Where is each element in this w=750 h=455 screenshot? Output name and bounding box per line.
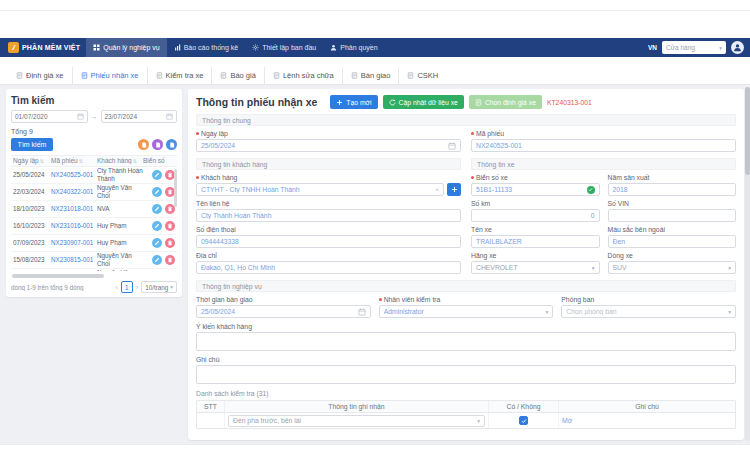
export-button-1[interactable] [138,139,149,150]
tab-cskh[interactable]: CSKH [399,67,446,84]
window-top-space [0,11,750,38]
next-page-icon[interactable]: › [136,284,138,291]
language-label[interactable]: VN [648,44,657,51]
add-customer-button[interactable] [447,183,461,196]
table-row[interactable]: 22/03/2024 NX240322-001 Nguyễn Văn Chối [11,184,177,201]
search-button[interactable]: Tìm kiếm [11,138,53,151]
tab-dinh-gia-xe[interactable]: Định giá xe [8,67,73,84]
page-size-select[interactable]: 10/trang ▾ [141,281,177,293]
row-customer: Nguyễn Văn Chối [97,252,143,266]
table-row[interactable]: 25/05/2024 NX240525-001 Cty Thành Hoàn T… [11,167,177,184]
nav-item-reports[interactable]: Báo cáo thống kê [167,38,246,57]
calendar-icon [166,113,173,120]
yes-no-checkbox[interactable] [519,416,528,425]
edit-button[interactable] [152,170,162,180]
store-select[interactable]: Cửa hàng ▾ [662,41,726,54]
list-scrollbar[interactable] [174,169,177,207]
page-number[interactable]: 1 [121,281,133,293]
prev-page-icon[interactable]: ‹ [115,284,117,291]
brand[interactable]: / PHẦN MỀM VIỆT [6,38,86,57]
table-row[interactable]: 24/07/2023 NX230724-001 Nguyễn Văn Chối [11,269,177,272]
row-code-link[interactable]: NX240322-001 [51,188,97,195]
date-to-input[interactable]: 23/07/2024 [101,110,178,123]
row-date: 16/10/2023 [11,222,51,229]
tab-bao-gia[interactable]: Báo giá [212,67,264,84]
edit-button[interactable] [152,187,162,197]
edit-button[interactable] [152,238,162,248]
sort-ngay-lap[interactable]: Ngày lập⇅ [11,157,51,164]
row-customer: Huy Phạm [97,239,143,246]
phong-ban-select[interactable]: Chọn phòng ban ▾ [561,305,736,318]
pencil-icon [154,223,160,229]
dia-chi-input[interactable]: Đakao, Q1, Hồ Chí Minh [196,261,461,274]
table-row[interactable]: 15/08/2023 NX230815-001 Nguyễn Văn Chối [11,252,177,269]
nam-san-xuat-input[interactable]: 2018 [608,183,737,196]
nav-item-business[interactable]: Quản lý nghiệp vụ [86,38,166,57]
so-vin-input[interactable] [608,209,737,222]
pagination: dòng 1-9 trên tổng 9 dòng ‹ 1 › 10/trang… [11,281,177,293]
delete-button[interactable] [165,221,175,231]
table-row[interactable]: 18/10/2023 NX231018-001 NVA [11,201,177,218]
date-from-input[interactable]: 01/07/2020 [11,110,88,123]
calendar-icon [448,142,456,150]
y-kien-textarea[interactable] [196,332,736,351]
sort-icon: ⇅ [40,158,44,164]
edit-button[interactable] [152,221,162,231]
row-code-link[interactable]: NX231016-001 [51,222,97,229]
tab-kiem-tra-xe[interactable]: Kiểm tra xe [148,67,213,84]
note-cell[interactable]: Mờ [562,417,572,424]
user-avatar[interactable] [731,41,744,54]
file-icon [155,142,161,148]
hang-xe-select[interactable]: CHEVROLET ▾ [471,261,600,274]
delete-button[interactable] [165,255,175,265]
pencil-icon [154,257,160,263]
thoi-gian-ban-giao-datepicker[interactable]: 25/05/2024 [196,305,371,318]
row-code-link[interactable]: NX240525-001 [51,171,97,178]
table-row[interactable]: 07/09/2023 NX230907-001 Huy Phạm [11,235,177,252]
edit-button[interactable] [152,255,162,265]
nav-item-setup[interactable]: Thiết lập ban đầu [245,38,323,57]
checklist-title: Danh sách kiểm tra (31) [196,390,736,397]
checklist-item-select[interactable]: Đèn pha trước, bên lái ▾ [228,415,485,427]
sort-khach-hang[interactable]: Khách hàng⇅ [97,157,143,164]
ghi-chu-textarea[interactable] [196,365,736,384]
delete-button[interactable] [165,238,175,248]
col-ghi-chu: Ghi chú [559,401,735,412]
page-scrollbar[interactable] [745,87,750,441]
ten-lien-he-input[interactable]: Cty Thành Hoàn Thành [196,209,461,222]
nav-item-permissions[interactable]: Phân quyền [323,38,384,57]
export-button-3[interactable] [166,139,177,150]
row-code-link[interactable]: NX230907-001 [51,239,97,246]
ten-xe-input[interactable]: TRAILBLAZER [471,235,600,248]
ghi-chu-label: Ghi chú [196,356,736,363]
so-km-input[interactable]: 0 [471,209,600,222]
inspection-ref-link[interactable]: KT240313-001 [547,99,592,106]
table-row[interactable]: 16/10/2023 NX231016-001 Huy Phạm [11,218,177,235]
row-date: 18/10/2023 [11,205,51,212]
horizontal-scrollbar[interactable] [12,274,104,278]
row-code-link[interactable]: NX230815-001 [51,256,97,263]
khach-hang-select[interactable]: CTYHT - Cty TNHH Hoàn Thành × [196,183,444,196]
sort-ma-phieu[interactable]: Mã phiếu⇅ [51,157,97,164]
tab-lenh-sua-chua[interactable]: Lệnh sửa chữa [265,67,343,84]
clear-icon[interactable]: × [435,186,439,193]
tab-ban-giao[interactable]: Bàn giao [343,67,400,84]
required-dot [379,298,382,301]
ngay-lap-datepicker[interactable]: 25/05/2024 [196,139,461,152]
so-dien-thoai-input[interactable]: 0944443338 [196,235,461,248]
tab-phieu-nhan-xe[interactable]: Phiếu nhận xe [73,67,148,84]
mau-sac-input[interactable]: Đen [608,235,737,248]
section-business: Thông tin nghiệp vụ [196,280,736,292]
update-car-data-button[interactable]: Cập nhật dữ liệu xe [383,95,464,109]
edit-button[interactable] [152,204,162,214]
row-date: 22/03/2024 [11,188,51,195]
nhan-vien-kiem-tra-select[interactable]: Administrator ▾ [379,305,554,318]
row-code-link[interactable]: NX231018-001 [51,205,97,212]
dong-xe-select[interactable]: SUV ▾ [608,261,737,274]
export-button-2[interactable] [152,139,163,150]
create-new-button[interactable]: Tạo mới [330,95,377,109]
choose-valuation-button[interactable]: Chọn định giá xe [469,95,542,109]
chevron-down-icon: ▾ [592,265,595,271]
receipt-list: 25/05/2024 NX240525-001 Cty Thành Hoàn T… [11,167,177,272]
bien-so-input[interactable]: 51B1-11133 [471,183,600,196]
